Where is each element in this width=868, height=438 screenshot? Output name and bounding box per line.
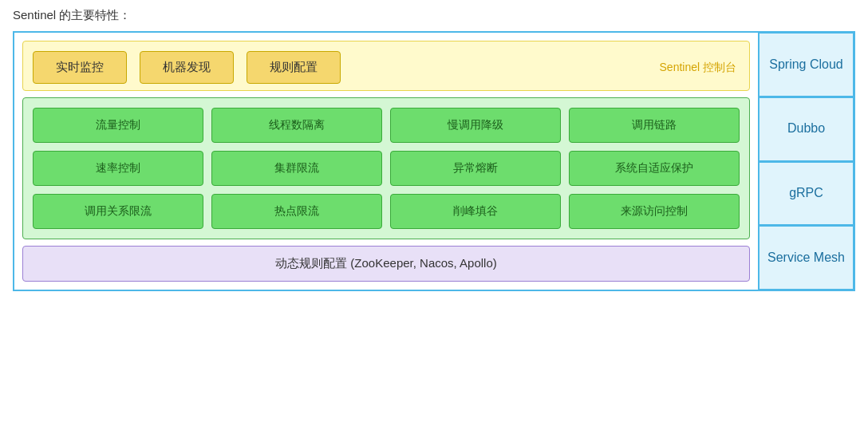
btn-machine-discovery: 机器发现 bbox=[140, 51, 234, 84]
feature-source-access-control: 来源访问控制 bbox=[569, 194, 740, 229]
feature-flow-control: 流量控制 bbox=[33, 108, 203, 143]
feature-cluster-limit: 集群限流 bbox=[211, 151, 382, 186]
feature-peak-shaving: 削峰填谷 bbox=[390, 194, 561, 229]
sentinel-buttons: 实时监控 机器发现 规则配置 Sentinel 控制台 bbox=[33, 51, 740, 84]
sentinel-label: Sentinel 控制台 bbox=[660, 61, 740, 75]
sidebar-item-dubbo: Dubbo bbox=[760, 97, 854, 162]
sentinel-section: 实时监控 机器发现 规则配置 Sentinel 控制台 bbox=[22, 41, 750, 91]
diagram-wrapper: 实时监控 机器发现 规则配置 Sentinel 控制台 流量控制 线程数隔离 慢… bbox=[13, 31, 855, 291]
features-section: 流量控制 线程数隔离 慢调用降级 调用链路 速率控制 集群限流 异常熔断 系统自… bbox=[22, 97, 750, 239]
feature-thread-isolation: 线程数隔离 bbox=[211, 108, 382, 143]
feature-call-relation-limit: 调用关系限流 bbox=[33, 194, 203, 229]
feature-call-chain: 调用链路 bbox=[569, 108, 740, 143]
sidebar: Spring Cloud Dubbo gRPC Service Mesh bbox=[758, 33, 854, 290]
feature-rate-control: 速率控制 bbox=[33, 151, 203, 186]
btn-rule-config: 规则配置 bbox=[247, 51, 341, 84]
feature-hotspot-limit: 热点限流 bbox=[211, 194, 382, 229]
page-title: Sentinel 的主要特性： bbox=[13, 8, 855, 23]
feature-circuit-breaker: 异常熔断 bbox=[390, 151, 561, 186]
sidebar-item-grpc: gRPC bbox=[760, 162, 854, 227]
btn-realtime-monitor: 实时监控 bbox=[33, 51, 127, 84]
feature-system-adaptive: 系统自适应保护 bbox=[569, 151, 740, 186]
sidebar-item-service-mesh: Service Mesh bbox=[760, 226, 854, 290]
sidebar-item-spring-cloud: Spring Cloud bbox=[760, 33, 854, 97]
features-grid: 流量控制 线程数隔离 慢调用降级 调用链路 速率控制 集群限流 异常熔断 系统自… bbox=[33, 108, 740, 229]
dynamic-section: 动态规则配置 (ZooKeeper, Nacos, Apollo) bbox=[22, 246, 750, 282]
feature-slow-call-degrade: 慢调用降级 bbox=[390, 108, 561, 143]
main-area: 实时监控 机器发现 规则配置 Sentinel 控制台 流量控制 线程数隔离 慢… bbox=[14, 33, 758, 290]
